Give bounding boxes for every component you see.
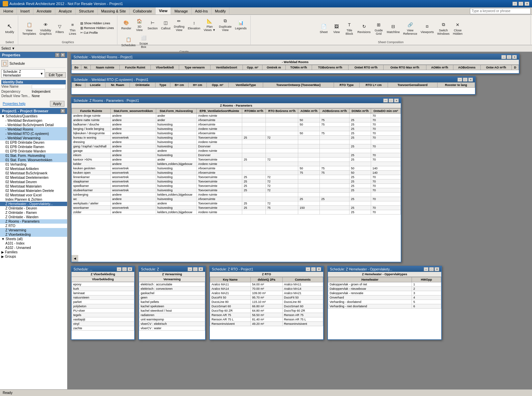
tree-item[interactable]: Z Oriëntatie - Deuren	[0, 206, 67, 210]
browser-close-btn[interactable]: ✕	[60, 109, 65, 113]
verwarming-restore-btn[interactable]: □	[193, 267, 198, 271]
properties-help-btn[interactable]: ?	[55, 53, 60, 57]
tab-massing[interactable]: Massing & Site	[98, 7, 130, 15]
tree-item[interactable]: 02 Meetstaat Deuren	[0, 180, 67, 184]
search-input[interactable]	[470, 8, 531, 14]
tab-addins[interactable]: Add-Ins	[192, 7, 212, 15]
btn-elevation[interactable]: ↕ Elevation	[187, 18, 202, 31]
tree-item[interactable]: Z Verwarming	[0, 228, 67, 232]
rto-minimize-btn[interactable]: ─	[457, 78, 462, 82]
scroll-left-btn[interactable]: ◄	[72, 255, 78, 262]
btn-section[interactable]: ⊢ Section	[146, 18, 159, 31]
tree-item[interactable]: 01 EPB Oriëntatie Ramen	[0, 145, 67, 149]
tree-item[interactable]: 01 Verharding	[0, 162, 67, 167]
tab-annotate[interactable]: Annotate	[33, 7, 55, 15]
verwarming-close-btn[interactable]: ✕	[198, 267, 203, 271]
tree-item[interactable]: - Werkblad BuSchrijnwerk Detail	[0, 123, 67, 127]
tree-item[interactable]: Z Oriëntatie - Wanden	[0, 215, 67, 219]
tree-item[interactable]: 02 Meetstaat Artikelen	[0, 167, 67, 171]
btn-matchline[interactable]: ⊟ Matchline	[386, 22, 401, 34]
properties-close-btn[interactable]: ✕	[60, 53, 65, 57]
properties-help-link[interactable]: Properties help	[1, 101, 27, 106]
tree-item[interactable]: ▶ Families	[0, 250, 67, 254]
rooms-minimize-btn[interactable]: ─	[501, 55, 506, 59]
btn-drafting-view[interactable]: ✏ DraftingView	[172, 16, 186, 32]
tree-item[interactable]: Index Plannen & Zichten	[0, 197, 67, 202]
zrooms-restore-btn[interactable]: □	[389, 98, 393, 103]
tab-collaborate[interactable]: Collaborate	[130, 7, 156, 15]
btn-revisions[interactable]: ↻ Revisions	[356, 22, 372, 34]
tree-item[interactable]: Z Vloerbekleding	[0, 232, 67, 237]
btn-view-templates[interactable]: 📋 ViewTemplates	[21, 20, 37, 36]
z-rto-minimize-btn[interactable]: ─	[306, 267, 310, 271]
btn-guide-grid[interactable]: ⊞ GuideGrid	[373, 20, 385, 36]
vloer-title-bar[interactable]: Schedule: ... ─ □ ✕	[72, 266, 134, 272]
app-minimize-btn[interactable]: ─	[512, 2, 517, 6]
tree-item[interactable]: A101 - Index	[0, 241, 67, 246]
btn-plan-views[interactable]: 📐 PlanViews ▼	[202, 16, 217, 32]
app-close-btn[interactable]: ✕	[525, 2, 529, 6]
btn-view[interactable]: 🖼 View	[331, 22, 343, 34]
tree-item[interactable]: Z Oriëntatie - Ramen	[0, 210, 67, 215]
btn-switch-windows[interactable]: ⧉ SwitchWindows	[436, 20, 451, 36]
tab-modify[interactable]: Modify	[212, 7, 229, 15]
zrooms-minimize-btn[interactable]: ─	[383, 98, 388, 103]
tree-item[interactable]: 02 Meetstaat Materialen	[0, 184, 67, 189]
view-name-input[interactable]	[32, 85, 66, 89]
tree-item[interactable]: Z Rooms - Parameters	[0, 219, 67, 224]
tree-item[interactable]: 01 Stat. Form. Woonvertrekken	[0, 158, 67, 162]
tree-item[interactable]: 01 Stat. Form. Huisvesting	[0, 153, 67, 158]
btn-thin-lines[interactable]: ≡ ThinLines	[66, 20, 79, 36]
tree-item[interactable]: 02 Meetstaat Materialen Deelele	[0, 189, 67, 193]
btn-modify[interactable]: ↖ Modify	[4, 22, 16, 34]
schedule-dropdown[interactable]: Schedule: Z Hemelwater ▼	[1, 69, 45, 78]
btn-legends[interactable]: 📊 Legends	[234, 18, 248, 31]
tree-item[interactable]: - Werkblad Bevloeringen	[0, 118, 67, 123]
hemelwater-close-btn[interactable]: ✕	[435, 267, 439, 271]
tab-insert[interactable]: Insert	[17, 7, 33, 15]
tree-item[interactable]: 02 Meetstaat voor Excel	[0, 193, 67, 197]
edit-type-btn[interactable]: Edit Type	[46, 72, 66, 78]
btn-close-hidden[interactable]: ✕ CloseHidden	[452, 20, 464, 36]
verwarming-minimize-btn[interactable]: ─	[188, 267, 192, 271]
btn-3d-view[interactable]: 🏠 3DView	[133, 16, 145, 32]
tab-analyze[interactable]: Analyze	[55, 7, 76, 15]
tree-item[interactable]: 01 EPB Oriëntatie Deuren	[0, 140, 67, 145]
app-restore-btn[interactable]: □	[519, 2, 523, 6]
rto-close-btn[interactable]: ✕	[468, 78, 473, 82]
verwarming-title-bar[interactable]: Schedule: Z ... ─ □ ✕	[139, 266, 205, 272]
btn-remove-hidden[interactable]: ▥ Remove Hidden Lines	[79, 26, 115, 30]
btn-filters[interactable]: ▽ Filters	[54, 22, 66, 34]
btn-duplicate-view[interactable]: ⧉ DuplicateView	[218, 16, 233, 32]
hemelwater-title-bar[interactable]: Schedule: Z Hemelwater - Oppervlakety...…	[328, 266, 441, 272]
schedule-rto-title-bar[interactable]: Schedule: - Werkblad RTO (C-systeem) - P…	[72, 77, 475, 82]
hemelwater-restore-btn[interactable]: □	[429, 267, 434, 271]
tree-item[interactable]: 02 Meetstaat Deelelementen	[0, 175, 67, 180]
btn-show-hidden[interactable]: ▤ Show Hidden Lines	[79, 21, 115, 25]
schedule-rooms-title-bar[interactable]: Schedule: - Werkblad Rooms - Project1 ─ …	[72, 54, 519, 60]
tab-structure[interactable]: Structure	[76, 7, 98, 15]
btn-view-reference[interactable]: 🔗 ViewReference	[402, 20, 419, 36]
btn-cut-profile[interactable]: ✂ Cut Profile	[79, 31, 115, 35]
btn-schedules[interactable]: 📋 Schedules	[120, 35, 137, 48]
zrooms-close-btn[interactable]: ✕	[394, 98, 399, 103]
z-rto-close-btn[interactable]: ✕	[316, 267, 321, 271]
btn-scope-box[interactable]: ⬜ ScopeBox	[138, 33, 150, 49]
rooms-restore-btn[interactable]: □	[507, 55, 511, 59]
z-rto-restore-btn[interactable]: □	[311, 267, 316, 271]
vloer-minimize-btn[interactable]: ─	[117, 267, 121, 271]
tree-item[interactable]: - Werkblad RTO (C-systeem)	[0, 132, 67, 136]
tree-item[interactable]: ▼ Schedules/Quantities	[0, 114, 67, 118]
tab-home[interactable]: Home	[0, 7, 17, 15]
tree-item[interactable]: A102 - Unnamed	[0, 246, 67, 250]
tree-item[interactable]: - Werkblad Rooms	[0, 127, 67, 132]
hemelwater-minimize-btn[interactable]: ─	[424, 267, 428, 271]
btn-visibility-graphics[interactable]: 👁 VisibilityGraphics	[38, 20, 53, 36]
z-rto-title-bar[interactable]: Schedule: Z RTO - Project1 ─ □ ✕	[210, 266, 323, 272]
tree-item[interactable]: Z Hemelwater - Oppervlaktety...	[0, 202, 67, 206]
tree-item[interactable]: 02 Meetstaat BuSchrijnwerk	[0, 171, 67, 175]
rooms-close-btn[interactable]: ✕	[512, 55, 517, 59]
btn-viewports[interactable]: ⧈ Viewports	[419, 22, 435, 34]
tree-item[interactable]: 01 EPB Oriëntatie Wanden	[0, 149, 67, 153]
btn-sheet[interactable]: 📄 Sheet	[318, 22, 330, 34]
